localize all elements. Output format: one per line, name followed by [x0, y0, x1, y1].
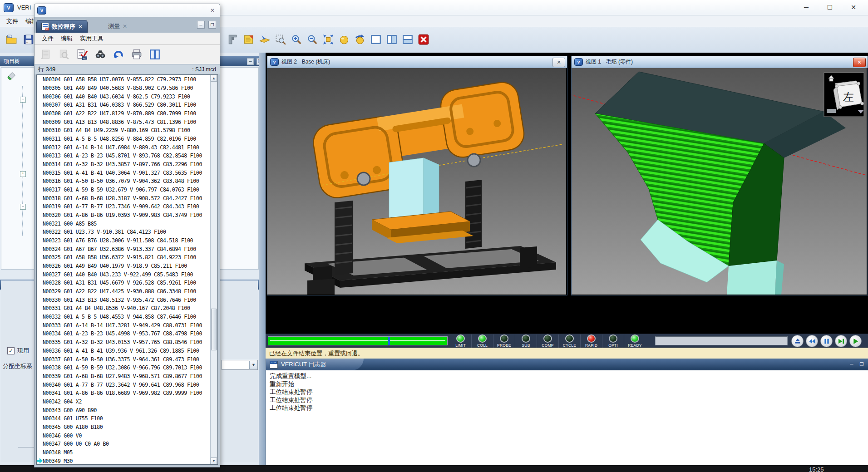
viewport-stock-titlebar[interactable]: V 视图 1 - 毛坯 (零件) ✕: [572, 56, 868, 68]
panel-splitter[interactable]: [259, 53, 266, 465]
tab-close-icon[interactable]: ✕: [123, 23, 127, 30]
folder-icon[interactable]: VC: [5, 33, 18, 46]
nc-line[interactable]: N00348 M05: [37, 448, 211, 457]
nc-window-titlebar[interactable]: V ✕: [35, 4, 220, 17]
minimize-button[interactable]: ─: [794, 1, 818, 14]
logger-minimize-icon[interactable]: ─: [848, 361, 855, 367]
coordinate-dropdown[interactable]: ▼: [222, 360, 258, 370]
note-icon[interactable]: [242, 33, 256, 46]
nc-line[interactable]: N00328 G01 A31 B31 U45.6679 V-926.528 C8…: [37, 279, 211, 287]
caliper-icon[interactable]: [226, 33, 240, 46]
nc-line[interactable]: N00332 G01 A-5 B-5 U48.4553 V-944.858 C8…: [37, 313, 211, 321]
nc-line[interactable]: N00318 G01 A-68 B-68 U28.3187 V-908.572 …: [37, 194, 211, 202]
print-icon[interactable]: [130, 48, 143, 61]
nc-line[interactable]: N00307 G01 A31 B31 U46.0383 V-866.529 C8…: [37, 101, 211, 109]
nc-line[interactable]: N00306 G01 A40 B40 U43.6034 V-862.5 C79.…: [37, 92, 211, 101]
close-button[interactable]: ✕: [842, 1, 865, 14]
section-icon[interactable]: [258, 33, 271, 46]
led-limit-button[interactable]: LIMIT: [450, 334, 471, 348]
tab-nc-program[interactable]: 数控程序 ✕: [36, 20, 88, 33]
nc-line[interactable]: N00344 G01 U755 F100: [37, 414, 211, 423]
stock-3d-view[interactable]: 左: [572, 68, 867, 295]
nc-line[interactable]: N00347 G00 U0 C0 A0 B0: [37, 440, 211, 448]
nc-line[interactable]: N00323 G01 A76 B76 U28.3006 V-911.508 C8…: [37, 236, 211, 245]
nc-line[interactable]: N00309 G01 A13 B13 U48.8836 V-875.473 C8…: [37, 118, 211, 126]
nc-line[interactable]: N00338 G01 A-59 B-59 U32.3086 V-966.796 …: [37, 364, 211, 372]
nc-line[interactable]: N00315 G01 A-41 B-41 U40.3064 V-901.327 …: [37, 168, 211, 177]
logger-tab[interactable]: VERICUT 日志器: [266, 359, 364, 370]
tree-collapse-box[interactable]: −: [20, 97, 26, 103]
nc-line[interactable]: N00324 G01 A67 B67 U32.6386 V-913.337 C8…: [37, 245, 211, 253]
nc-minimize-icon[interactable]: ─: [197, 21, 205, 29]
scroll-down-icon[interactable]: ▼: [211, 457, 217, 464]
save-disk-icon[interactable]: VC: [22, 33, 35, 46]
columns-icon[interactable]: [148, 48, 162, 61]
zoom-out-icon[interactable]: [306, 33, 319, 46]
nc-line[interactable]: N00320 G01 A-86 B-86 U19.0393 V-909.983 …: [37, 211, 211, 220]
nc-line[interactable]: N00330 G01 A13 B13 U48.5132 V-935.472 C8…: [37, 295, 211, 304]
nc-line[interactable]: N00312 G01 A-14 B-14 U47.6984 V-889.43 C…: [37, 143, 211, 152]
nc-line[interactable]: N00325 G01 A58 B58 U36.6372 V-915.821 C8…: [37, 253, 211, 262]
nc-line[interactable]: N00345 G00 A180 B180: [37, 423, 211, 432]
progress-marker[interactable]: [388, 337, 390, 345]
viewport-stock-close-button[interactable]: ✕: [853, 58, 866, 67]
nc-line[interactable]: N00333 G01 A-14 B-14 U47.3281 V-949.429 …: [37, 321, 211, 329]
viewport-machine-titlebar[interactable]: V 视图 2 - Base (机床) ✕: [267, 56, 567, 68]
nc-line[interactable]: N00346 G00 V0: [37, 431, 211, 440]
eraser-icon[interactable]: [7, 70, 17, 80]
nc-line[interactable]: N00308 G01 A22 B22 U47.8129 V-870.889 C8…: [37, 109, 211, 118]
logger-float-icon[interactable]: ❐: [858, 361, 865, 367]
tree-collapse-box[interactable]: −: [20, 204, 26, 210]
nc-line[interactable]: N00336 G01 A-41 B-41 U39.936 V-961.326 C…: [37, 347, 211, 355]
active-checkbox[interactable]: ✓: [7, 347, 15, 354]
led-sub-button[interactable]: SUB: [515, 334, 537, 348]
nc-menu-item-2[interactable]: 实用工具: [76, 34, 107, 44]
nc-line[interactable]: N00321 G00 A85 B85: [37, 219, 211, 228]
nc-menu-item-0[interactable]: 文件: [38, 34, 57, 44]
tree-expand-box[interactable]: +: [20, 171, 26, 177]
nc-line[interactable]: N00349 M30: [37, 457, 211, 465]
nc-line[interactable]: N00316 G01 A-50 B-50 U36.7079 V-904.362 …: [37, 177, 211, 186]
eject-button[interactable]: [791, 335, 804, 347]
orbit-icon[interactable]: [337, 33, 351, 46]
nc-line[interactable]: N00311 G01 A-5 B-5 U48.8256 V-884.859 C8…: [37, 135, 211, 143]
viewport-machine-close-button[interactable]: ✕: [552, 58, 565, 67]
panel-minimize-icon[interactable]: ─: [247, 58, 254, 65]
fit-icon[interactable]: [321, 33, 335, 46]
zoom-region-icon[interactable]: [274, 33, 287, 46]
nc-line[interactable]: N00313 G01 A-23 B-23 U45.8701 V-893.768 …: [37, 152, 211, 160]
nc-window-close-button[interactable]: ✕: [208, 6, 217, 14]
led-ready-button[interactable]: READY: [624, 334, 646, 348]
pane-hsplit-icon[interactable]: [401, 33, 414, 46]
pause-button[interactable]: [820, 335, 833, 347]
led-comp-button[interactable]: COMP: [537, 334, 558, 348]
machine-3d-view[interactable]: [267, 68, 566, 295]
play-button[interactable]: [849, 335, 862, 347]
maximize-button[interactable]: ☐: [818, 1, 842, 14]
nc-line[interactable]: N00327 G01 A40 B40 U43.233 V-922.499 C85…: [37, 270, 211, 279]
nc-line[interactable]: N00304 G01 A58 B58 U37.0076 V-855.822 C7…: [37, 75, 211, 84]
nc-line[interactable]: N00326 G01 A49 B49 U40.1979 V-918.9 C85.…: [37, 262, 211, 270]
nc-line[interactable]: N00331 G01 A4 B4 U48.8536 V-940.167 C87.…: [37, 304, 211, 313]
nc-line[interactable]: N00305 G01 A49 B49 U40.5683 V-858.902 C7…: [37, 84, 211, 93]
nc-detach-icon[interactable]: ❐: [208, 21, 216, 29]
led-cycle-button[interactable]: CYCLE: [558, 334, 580, 348]
led-coll-button[interactable]: COLL: [471, 334, 493, 348]
led-rapid-button[interactable]: RAPID: [580, 334, 602, 348]
scrollbar-thumb[interactable]: [211, 309, 217, 350]
nc-code-area[interactable]: N00304 G01 A58 B58 U37.0076 V-855.822 C7…: [36, 74, 218, 465]
nc-line[interactable]: N00310 G01 A4 B4 U49.2239 V-880.169 C81.…: [37, 126, 211, 135]
progress-bar[interactable]: [268, 336, 448, 345]
undo-icon[interactable]: [112, 48, 125, 61]
nc-line[interactable]: N00343 G00 A90 B90: [37, 406, 211, 414]
view-cube[interactable]: 左: [824, 73, 864, 117]
scroll-up-icon[interactable]: ▲: [211, 75, 217, 82]
nc-list-icon[interactable]: [39, 48, 53, 61]
nc-line[interactable]: N00329 G01 A22 B22 U47.4425 V-930.888 C8…: [37, 287, 211, 296]
led-opti-button[interactable]: OPTI: [602, 334, 624, 348]
tab-close-icon[interactable]: ✕: [78, 24, 83, 30]
pane-vsplit-icon[interactable]: [385, 33, 399, 46]
pane-single-icon[interactable]: [369, 33, 383, 46]
binoculars-icon[interactable]: [94, 48, 107, 61]
nc-check-icon[interactable]: NC: [75, 48, 89, 61]
